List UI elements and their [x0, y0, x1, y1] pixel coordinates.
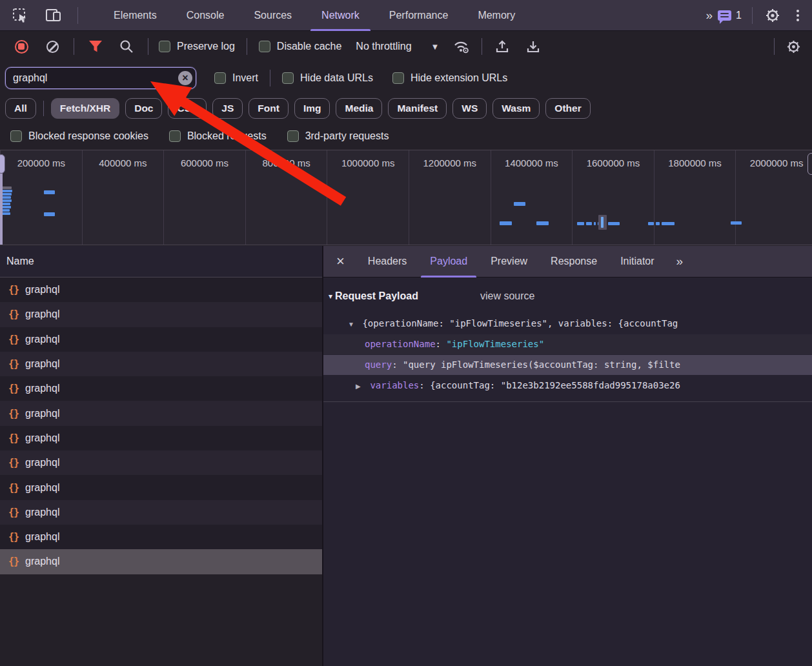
payload-root-preview: {operationName: "ipFlowTimeseries", vari… — [362, 318, 678, 328]
panel-tab[interactable]: Network — [307, 0, 374, 31]
overview-left-handle[interactable] — [0, 154, 5, 174]
issues-bubble-icon — [718, 10, 731, 21]
dropdown-caret-icon: ▼ — [431, 42, 440, 52]
network-overview-timeline[interactable]: 200000 ms400000 ms600000 ms800000 ms1000… — [0, 150, 812, 245]
request-bar — [2, 187, 12, 189]
payload-separator — [323, 401, 812, 402]
invert-checkbox[interactable] — [214, 72, 226, 84]
filter-input[interactable] — [5, 67, 196, 89]
detail-tab[interactable]: Preview — [479, 246, 539, 278]
filter-chip[interactable]: Other — [545, 98, 590, 119]
panel-tab[interactable]: Performance — [374, 0, 463, 31]
more-detail-tabs-icon[interactable]: » — [670, 254, 689, 268]
request-row[interactable]: {} graphql — [0, 327, 322, 352]
export-har-icon[interactable] — [523, 37, 543, 56]
filter-chip[interactable]: Img — [294, 98, 330, 119]
request-row[interactable]: {} graphql — [0, 500, 322, 525]
view-source-link[interactable]: view source — [480, 290, 534, 302]
timeline-tick-label: 200000 ms — [0, 150, 82, 245]
inspect-element-icon[interactable] — [10, 6, 30, 25]
filter-chip[interactable]: Wasm — [492, 98, 540, 119]
request-row[interactable]: {} graphql — [0, 450, 322, 475]
request-name: graphql — [25, 531, 59, 543]
more-panels-icon[interactable]: » — [700, 8, 718, 23]
request-row[interactable]: {} graphql — [0, 549, 322, 574]
blocked-requests-checkbox[interactable] — [169, 130, 181, 142]
filter-chip[interactable]: Font — [249, 98, 289, 119]
request-bar — [1, 196, 11, 199]
import-har-icon[interactable] — [492, 37, 512, 56]
clear-filter-icon[interactable]: × — [178, 71, 192, 85]
filter-funnel-icon[interactable] — [86, 37, 105, 56]
filter-chip[interactable]: JS — [212, 98, 243, 119]
timeline-tick-label: 1000000 ms — [327, 150, 409, 245]
request-name: graphql — [25, 383, 59, 394]
timeline-tick-label: 1800000 ms — [654, 150, 736, 245]
close-detail-icon[interactable]: × — [323, 253, 356, 270]
filter-chip[interactable]: Manifest — [388, 98, 447, 119]
hide-extension-urls-checkbox[interactable] — [392, 72, 404, 84]
clear-network-log-icon[interactable] — [43, 37, 62, 56]
detail-tab[interactable]: Payload — [418, 246, 479, 278]
request-row[interactable]: {} graphql — [0, 475, 322, 500]
disable-cache-checkbox[interactable] — [259, 41, 270, 52]
panel-tab[interactable]: Memory — [463, 0, 530, 31]
payload-root-line[interactable]: ▼ {operationName: "ipFlowTimeseries", va… — [323, 314, 812, 334]
request-row[interactable]: {} graphql — [0, 376, 322, 401]
record-network-log-icon[interactable] — [12, 37, 31, 56]
overview-right-handle[interactable] — [807, 153, 812, 175]
network-conditions-icon[interactable] — [452, 37, 471, 56]
detail-tab[interactable]: Headers — [356, 246, 418, 278]
request-name: graphql — [25, 334, 59, 345]
request-bar — [594, 222, 596, 225]
settings-gear-icon[interactable] — [763, 6, 782, 25]
search-icon[interactable] — [117, 37, 136, 56]
main-menu-icon[interactable] — [793, 8, 803, 23]
detail-tab[interactable]: Initiator — [609, 246, 665, 278]
expand-open-icon[interactable]: ▼ — [348, 314, 357, 334]
panel-tab[interactable]: Console — [172, 0, 239, 31]
throttling-dropdown[interactable]: No throttling ▼ — [356, 41, 439, 52]
name-column-header[interactable]: Name — [0, 246, 322, 278]
filter-chip[interactable]: Media — [336, 98, 382, 119]
issues-counter[interactable]: 1 — [718, 10, 742, 21]
divider — [247, 38, 247, 55]
blocked-response-cookies-checkbox[interactable] — [10, 130, 22, 142]
divider — [77, 7, 78, 24]
device-toolbar-icon[interactable] — [44, 6, 63, 25]
payload-operation-line[interactable]: operationName: "ipFlowTimeseries" — [323, 334, 812, 354]
third-party-requests-checkbox[interactable] — [287, 130, 299, 142]
filter-chip[interactable]: CSS — [168, 98, 207, 119]
hide-data-urls-checkbox[interactable] — [282, 72, 294, 84]
filter-chip[interactable]: Doc — [125, 98, 162, 119]
preserve-log-checkbox[interactable] — [159, 41, 170, 52]
filter-chip[interactable]: All — [5, 98, 36, 119]
json-string-value: "ipFlowTimeseries" — [446, 339, 544, 349]
disable-cache-label: Disable cache — [277, 41, 342, 52]
blocked-response-cookies-label: Blocked response cookies — [28, 130, 148, 142]
request-row[interactable]: {} graphql — [0, 401, 322, 425]
panel-tab[interactable]: Sources — [239, 0, 307, 31]
request-row[interactable]: {} graphql — [0, 278, 322, 302]
section-collapse-icon[interactable]: ▾ — [329, 292, 332, 301]
filter-chip[interactable]: WS — [452, 98, 487, 119]
request-row[interactable]: {} graphql — [0, 302, 322, 327]
hide-extension-urls-label: Hide extension URLs — [411, 72, 507, 84]
expand-closed-icon[interactable]: ▶ — [356, 376, 365, 396]
request-bar — [731, 221, 742, 225]
payload-query-line[interactable]: query: "query ipFlowTimeseries($accountT… — [323, 355, 812, 375]
payload-variables-line[interactable]: ▶ variables: {accountTag: "b12e3b2192ee5… — [323, 376, 812, 396]
request-name: graphql — [25, 457, 59, 469]
request-row[interactable]: {} graphql — [0, 525, 322, 549]
network-settings-gear-icon[interactable] — [784, 37, 803, 56]
request-bar — [1, 212, 10, 215]
panel-tab[interactable]: Elements — [99, 0, 172, 31]
request-row[interactable]: {} graphql — [0, 352, 322, 376]
hide-data-urls-label: Hide data URLs — [300, 72, 373, 84]
request-row[interactable]: {} graphql — [0, 426, 322, 450]
devtools-tabbar: ElementsConsoleSourcesNetworkPerformance… — [0, 0, 812, 31]
request-bar — [1, 190, 12, 192]
filter-chip[interactable]: Fetch/XHR — [51, 98, 119, 119]
detail-tab[interactable]: Response — [539, 246, 609, 278]
divider — [752, 7, 753, 24]
